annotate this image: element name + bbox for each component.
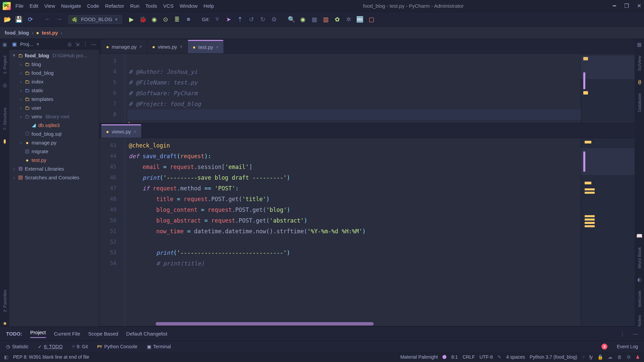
bookmark-icon[interactable]: ▮ bbox=[2, 138, 8, 144]
rollback-icon[interactable]: ↻ bbox=[259, 15, 267, 23]
ide-icon-5[interactable]: ▢ bbox=[367, 15, 375, 23]
collapse-icon[interactable]: ⇲ bbox=[75, 41, 79, 47]
ide-icon-1[interactable]: ◉ bbox=[299, 15, 307, 23]
menu-run[interactable]: Run bbox=[130, 3, 140, 9]
tree-folder-static[interactable]: ›🗀static bbox=[9, 86, 99, 95]
crumb-project[interactable]: food_blog bbox=[5, 30, 29, 36]
code-content-bottom[interactable]: @check_login def save_draft(request): em… bbox=[127, 138, 581, 326]
reload-icon[interactable]: ⟳ bbox=[26, 15, 34, 23]
todo-tab-current[interactable]: Current File bbox=[54, 331, 80, 337]
status-sdk[interactable]: Python 3.7 (food_blog) bbox=[530, 354, 577, 360]
gear-icon[interactable]: ⚙ bbox=[627, 354, 631, 360]
event-log[interactable]: Event Log bbox=[617, 344, 638, 349]
minimap-top[interactable] bbox=[581, 54, 635, 123]
menu-file[interactable]: File bbox=[15, 3, 23, 9]
open-icon[interactable]: 📂 bbox=[3, 15, 11, 23]
tree-file-migrate[interactable]: ▤migrate bbox=[9, 147, 99, 156]
sidebar-title[interactable]: Proj... bbox=[20, 41, 33, 47]
tool-structure[interactable]: 7: Structure bbox=[2, 108, 7, 130]
leetcode-icon[interactable]: ◐ bbox=[636, 277, 642, 283]
menu-navigate[interactable]: Navigate bbox=[61, 3, 81, 9]
tool-notes[interactable]: Notes bbox=[637, 315, 642, 326]
settings-icon[interactable]: ⚙ bbox=[270, 15, 278, 23]
close-icon[interactable]: ✕ bbox=[637, 3, 641, 9]
translate-icon[interactable]: 🔤 bbox=[356, 15, 364, 23]
write-mode-icon[interactable]: ✎ bbox=[497, 354, 501, 360]
target-icon[interactable]: ◎ bbox=[67, 41, 72, 47]
branch-icon[interactable]: ⑂ bbox=[582, 354, 585, 360]
todo-tab-scope[interactable]: Scope Based bbox=[88, 331, 118, 337]
tool-git[interactable]: ⑂9: Git bbox=[72, 344, 88, 349]
hide-icon[interactable]: — bbox=[91, 41, 96, 47]
push-icon[interactable]: ➤ bbox=[224, 15, 232, 23]
tool-sciview[interactable]: SciView bbox=[637, 56, 642, 71]
code-content-top[interactable]: # @Author: Joshua_yi # @FileName: test.p… bbox=[127, 54, 581, 123]
tool-leetcode[interactable]: leetcode bbox=[637, 291, 642, 307]
editor-body-bottom[interactable]: 434445464748495051525354 @check_login de… bbox=[99, 138, 635, 326]
tree-folder-templates[interactable]: ›🗀templates bbox=[9, 95, 99, 103]
run-icon[interactable]: ▶ bbox=[127, 15, 136, 23]
minimap-bottom[interactable] bbox=[581, 138, 635, 326]
maximize-icon[interactable]: ❐ bbox=[624, 3, 629, 9]
minimize-icon[interactable]: ━ bbox=[613, 3, 616, 9]
database-icon[interactable]: 🛢 bbox=[636, 79, 642, 85]
plugin-icon[interactable]: ✿ bbox=[333, 15, 341, 23]
menu-edit[interactable]: Edit bbox=[30, 3, 38, 9]
tree-folder-user[interactable]: ›🗀user bbox=[9, 103, 99, 112]
menu-refactor[interactable]: Refactor bbox=[105, 3, 124, 9]
horizontal-scrollbar[interactable] bbox=[156, 322, 374, 325]
man-icon[interactable]: ♟ bbox=[636, 354, 640, 360]
tree-folder-venv[interactable]: ›🗀venvlibrary root bbox=[9, 112, 99, 121]
lock-icon[interactable]: 🔒 bbox=[597, 354, 603, 360]
trash-icon[interactable]: 🗑 bbox=[617, 354, 622, 360]
ide-icon-3[interactable]: ▥ bbox=[322, 15, 330, 23]
tool-project[interactable]: 1: Project bbox=[2, 56, 7, 74]
tool-terminal[interactable]: ▣Terminal bbox=[147, 344, 171, 349]
tab-views[interactable]: ●views.py× bbox=[147, 40, 187, 53]
layers-icon[interactable]: ◧ bbox=[4, 354, 8, 360]
menu-vcs[interactable]: VCS bbox=[163, 3, 174, 9]
forward-icon[interactable]: → bbox=[55, 15, 63, 23]
hide-icon[interactable]: — bbox=[633, 331, 638, 337]
menu-help[interactable]: Help bbox=[204, 3, 214, 9]
debug-icon[interactable]: 🐞 bbox=[139, 15, 147, 23]
more-icon[interactable]: ⋮ bbox=[620, 331, 625, 337]
star-icon[interactable]: ★ bbox=[2, 320, 8, 326]
tab-manage[interactable]: ●manage.py× bbox=[101, 40, 147, 53]
tab-test[interactable]: ●test.py× bbox=[188, 40, 223, 53]
concurrency-icon[interactable]: ≣ bbox=[173, 15, 181, 23]
stop-icon[interactable]: ■ bbox=[184, 15, 193, 23]
close-tab-icon[interactable]: × bbox=[134, 129, 137, 134]
tree-folder-index[interactable]: ›🗀index bbox=[9, 77, 99, 86]
status-indent[interactable]: 4 spaces bbox=[506, 354, 525, 360]
status-eol[interactable]: CRLF bbox=[463, 354, 475, 360]
sciview-icon[interactable]: ▦ bbox=[636, 42, 642, 48]
tree-external-libs[interactable]: ›⊟External Libraries bbox=[9, 164, 99, 173]
update-icon[interactable]: ⇡ bbox=[236, 15, 244, 23]
status-theme[interactable]: Material Palenight bbox=[400, 354, 438, 360]
tool-database[interactable]: Database bbox=[637, 93, 642, 112]
tree-file-manage[interactable]: ›●manage.py bbox=[9, 138, 99, 147]
editor-body-top[interactable]: 345678 # @Author: Joshua_yi # @FileName:… bbox=[99, 54, 635, 123]
menu-window[interactable]: Window bbox=[179, 3, 197, 9]
menu-tools[interactable]: Tools bbox=[146, 3, 157, 9]
close-tab-icon[interactable]: × bbox=[180, 44, 182, 49]
error-count-badge[interactable]: 3 bbox=[601, 344, 607, 350]
back-icon[interactable]: ← bbox=[44, 15, 52, 23]
tree-file-db[interactable]: ◢db.sqlite3 bbox=[9, 121, 99, 129]
save-icon[interactable]: 💾 bbox=[15, 15, 23, 23]
cloud-icon[interactable]: ☁ bbox=[608, 354, 612, 360]
close-tab-icon[interactable]: × bbox=[139, 44, 142, 49]
menu-code[interactable]: Code bbox=[87, 3, 99, 9]
tab-views-bottom[interactable]: ●views.py× bbox=[101, 124, 141, 138]
tool-todo[interactable]: ✓6: TODO bbox=[38, 344, 63, 349]
status-branch[interactable]: ly bbox=[589, 354, 593, 360]
run-config-selector[interactable]: dj FOOD_BLOG ▾ bbox=[68, 15, 122, 24]
tree-folder-foodblog[interactable]: ›🗀food_blog bbox=[9, 68, 99, 77]
todo-tab-changelist[interactable]: Default Changelist bbox=[126, 331, 167, 337]
tool-favorites[interactable]: 2: Favorites bbox=[2, 290, 7, 312]
status-encoding[interactable]: UTF-8 bbox=[480, 354, 493, 360]
ide-icon-4[interactable]: ✲ bbox=[344, 15, 353, 23]
tree-file-test[interactable]: ●test.py bbox=[9, 156, 99, 164]
coverage-icon[interactable]: ◉ bbox=[150, 15, 158, 23]
